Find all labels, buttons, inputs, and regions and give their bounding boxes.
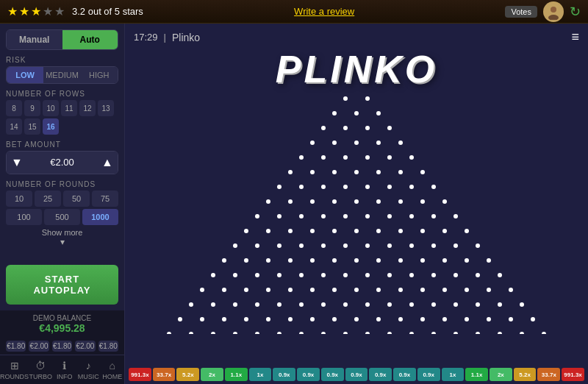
svg-point-140 [244,317,248,321]
svg-point-26 [376,170,381,174]
row-btn-11[interactable]: 11 [61,100,77,116]
svg-point-155 [189,332,193,334]
mult-9: 0.9x [345,368,368,381]
plinko-dots [125,91,588,334]
nav-rounds[interactable]: ⊞ ROUNDS [0,355,29,384]
svg-point-156 [211,332,215,334]
music-icon: ♪ [86,360,91,371]
svg-point-171 [542,332,546,334]
game-separator: | [164,32,166,43]
svg-point-120 [509,288,513,292]
rounds-btn-10[interactable]: 10 [6,191,32,207]
svg-point-30 [299,185,304,189]
star-3: ★ [31,4,41,18]
star-rating: ★ ★ ★ ★ ★ [7,4,65,18]
hamburger-button[interactable]: ≡ [571,29,579,45]
svg-point-122 [211,302,215,307]
auto-mode-button[interactable]: Auto [62,30,118,49]
rounds-btn-100[interactable]: 100 [6,209,42,225]
mult-8: 0.9x [321,368,344,381]
rounds-btn-50[interactable]: 50 [63,191,90,207]
game-area: 17:29 | Plinko ≡ PLINKO 991.3x 33.7x 5.2… [125,24,588,384]
risk-medium-button[interactable]: MEDIUM [43,67,80,83]
plinko-board[interactable] [125,91,588,368]
svg-point-92 [211,273,215,277]
svg-point-42 [376,199,381,204]
mult-11: 0.9x [393,368,416,381]
show-more[interactable]: Show more ▾ [0,228,124,247]
row-btn-16[interactable]: 16 [43,118,59,135]
nav-turbo[interactable]: ⏱ TURBO [29,355,53,384]
svg-point-96 [299,273,304,277]
svg-point-115 [398,288,403,292]
row-btn-15[interactable]: 15 [24,118,40,135]
mult-10: 0.9x [369,368,392,381]
svg-point-36 [431,185,436,189]
mult-6: 0.9x [273,368,295,381]
row-btn-12[interactable]: 12 [79,100,96,116]
chip-3[interactable]: €1.80 [52,341,72,352]
refresh-button[interactable]: ↻ [570,4,581,20]
write-review-link[interactable]: Write a review [294,6,354,17]
svg-point-6 [376,111,381,115]
svg-point-111 [310,288,315,292]
bet-down-button[interactable]: ▼ [7,152,27,174]
svg-point-27 [398,170,403,174]
svg-point-53 [409,214,414,218]
svg-point-51 [365,214,370,218]
svg-point-22 [288,170,293,174]
chip-1[interactable]: €1.80 [6,341,26,352]
bet-up-button[interactable]: ▲ [97,152,118,174]
row-btn-9[interactable]: 9 [24,100,40,116]
svg-point-8 [343,126,348,130]
row-btn-10[interactable]: 10 [43,100,59,116]
svg-point-117 [442,288,447,292]
manual-mode-button[interactable]: Manual [7,30,62,49]
demo-label: DEMO BALANCE [0,314,124,322]
svg-point-154 [167,332,171,334]
svg-point-118 [465,288,469,292]
row-btn-8[interactable]: 8 [6,100,22,116]
svg-point-159 [277,332,282,334]
svg-point-78 [476,243,480,248]
chip-5[interactable]: €1.80 [98,341,118,352]
row-btn-14[interactable]: 14 [6,118,22,135]
game-name: Plinko [172,32,200,43]
nav-home-label: HOME [102,373,122,380]
svg-point-23 [310,170,315,174]
svg-point-56 [244,229,248,233]
nav-info[interactable]: ℹ INFO [53,355,77,384]
votes-button[interactable]: Votes [505,6,537,18]
svg-point-81 [266,258,270,263]
svg-point-38 [288,199,293,204]
svg-point-75 [409,243,414,248]
rounds-btn-75[interactable]: 75 [92,191,118,207]
info-icon: ℹ [62,360,66,371]
row-btn-13[interactable]: 13 [98,100,114,116]
svg-point-153 [531,317,535,321]
start-autoplay-button[interactable]: START AUTOPLAY [6,265,118,305]
mult-15: 2x [490,368,512,381]
svg-point-39 [310,199,315,204]
risk-high-button[interactable]: HIGH [81,67,118,83]
nav-home[interactable]: ⌂ HOME [101,355,125,384]
mult-7: 0.9x [297,368,320,381]
rounds-label: NUMBER OF ROUNDS [6,180,118,188]
svg-point-20 [387,155,392,160]
svg-point-148 [420,317,425,321]
svg-point-119 [487,288,491,292]
svg-point-54 [431,214,436,218]
svg-point-12 [332,141,337,145]
svg-point-104 [476,273,480,277]
rounds-btn-1000[interactable]: 1000 [82,209,118,225]
chip-2[interactable]: €2.00 [29,341,49,352]
svg-point-18 [343,155,348,160]
rounds-btn-25[interactable]: 25 [35,191,61,207]
risk-low-button[interactable]: LOW [7,67,43,83]
chip-4[interactable]: €2.00 [75,341,95,352]
svg-point-105 [498,273,502,277]
mult-1: 33.7x [153,368,176,381]
mult-16: 5.2x [514,368,537,381]
nav-music[interactable]: ♪ MUSIC [76,355,101,384]
rounds-btn-500[interactable]: 500 [44,209,80,225]
